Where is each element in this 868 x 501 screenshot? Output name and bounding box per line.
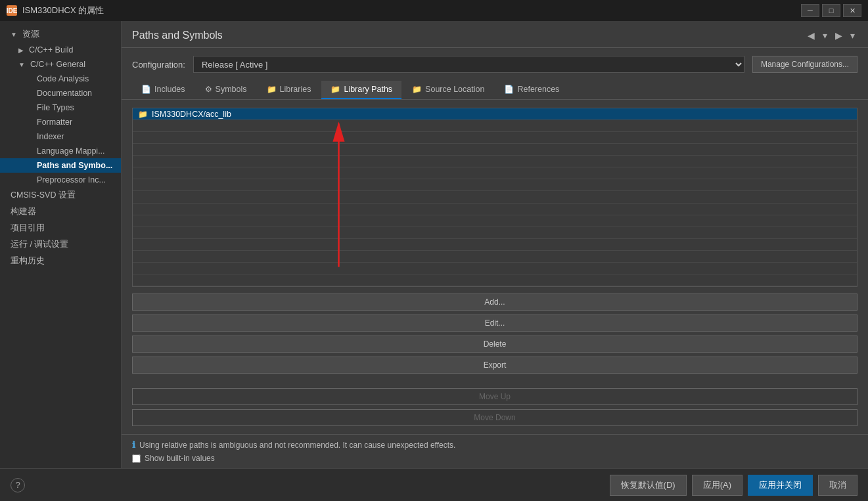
maximize-button[interactable]: □ bbox=[822, 4, 840, 17]
config-label: Configuration: bbox=[132, 60, 185, 70]
tab-source-location[interactable]: 📁Source Location bbox=[403, 81, 493, 99]
sidebar-item-formatter[interactable]: Formatter bbox=[0, 115, 121, 129]
nav-arrows: ◀ ▾ ▶ ▾ bbox=[805, 29, 857, 42]
title-bar-left: IDE ISM330DHCX 的属性 bbox=[7, 5, 104, 16]
info-text: Using relative paths is ambiguous and no… bbox=[139, 441, 455, 450]
table-row[interactable] bbox=[133, 120, 857, 132]
sidebar-item-label-indexer: Indexer bbox=[37, 132, 64, 141]
tab-label-includes: Includes bbox=[154, 85, 185, 94]
sidebar-item-code-analysis[interactable]: Code Analysis bbox=[0, 72, 121, 86]
nav-forward-button[interactable]: ▶ bbox=[833, 29, 845, 42]
show-builtin-checkbox[interactable] bbox=[132, 454, 141, 463]
tab-includes[interactable]: 📄Includes bbox=[132, 81, 194, 99]
sidebar-item-indexer[interactable]: Indexer bbox=[0, 129, 121, 144]
edit-button[interactable]: Edit... bbox=[132, 315, 857, 332]
sidebar-item-language-mapping[interactable]: Language Mappi... bbox=[0, 144, 121, 158]
export-button[interactable]: Export bbox=[132, 357, 857, 374]
sidebar-item-paths-symbols[interactable]: Paths and Symbo... bbox=[0, 158, 121, 173]
config-select[interactable]: Release [ Active ] bbox=[193, 56, 744, 73]
row-value-1: ISM330DHCX/acc_lib bbox=[152, 110, 231, 119]
sidebar-item-label-cmsis-svd: CMSIS-SVD 设置 bbox=[11, 190, 76, 201]
tab-label-library-paths: Library Paths bbox=[344, 85, 392, 94]
sidebar-item-label-code-analysis: Code Analysis bbox=[37, 74, 89, 83]
tab-label-symbols: Symbols bbox=[216, 85, 247, 94]
title-bar: IDE ISM330DHCX 的属性 ─ □ ✕ bbox=[0, 0, 868, 21]
nav-forward-dropdown[interactable]: ▾ bbox=[848, 29, 857, 42]
sidebar-item-cpp-general[interactable]: ▼C/C++ General bbox=[0, 57, 121, 72]
tab-icon-library-paths: 📁 bbox=[331, 85, 340, 94]
close-button[interactable]: ✕ bbox=[843, 4, 861, 17]
manage-configurations-button[interactable]: Manage Configurations... bbox=[752, 56, 857, 73]
tab-label-libraries: Libraries bbox=[280, 85, 311, 94]
title-bar-controls: ─ □ ✕ bbox=[801, 4, 861, 17]
sidebar-item-file-types[interactable]: File Types bbox=[0, 100, 121, 115]
expand-arrow-cpp-general: ▼ bbox=[18, 61, 25, 68]
sidebar-item-documentation[interactable]: Documentation bbox=[0, 86, 121, 100]
cancel-button[interactable]: 取消 bbox=[818, 475, 857, 496]
table-row[interactable] bbox=[133, 144, 857, 156]
sidebar-item-resources[interactable]: ▼资源 bbox=[0, 26, 121, 43]
table-row[interactable] bbox=[133, 274, 857, 286]
minimize-button[interactable]: ─ bbox=[801, 4, 819, 17]
add-button[interactable]: Add... bbox=[132, 294, 857, 311]
table-row[interactable] bbox=[133, 251, 857, 263]
sidebar-item-refactor-history[interactable]: 重构历史 bbox=[0, 253, 121, 269]
content-area: Paths and Symbols ◀ ▾ ▶ ▾ Configuration:… bbox=[122, 21, 868, 468]
move-up-button[interactable]: Move Up bbox=[132, 388, 857, 405]
expand-arrow-resources: ▼ bbox=[11, 31, 17, 38]
page-title: Paths and Symbols bbox=[132, 30, 223, 41]
info-line: ℹ Using relative paths is ambiguous and … bbox=[132, 440, 857, 450]
sidebar-item-cmsis-svd[interactable]: CMSIS-SVD 设置 bbox=[0, 187, 121, 204]
tab-references[interactable]: 📄References bbox=[495, 81, 568, 99]
nav-back-button[interactable]: ◀ bbox=[805, 29, 817, 42]
sidebar-item-label-file-types: File Types bbox=[37, 103, 74, 112]
table-row[interactable] bbox=[133, 179, 857, 191]
table-row[interactable] bbox=[133, 132, 857, 144]
sidebar-item-label-builder: 构建器 bbox=[11, 206, 36, 217]
tab-library-paths[interactable]: 📁Library Paths bbox=[321, 81, 401, 99]
info-icon: ℹ bbox=[132, 440, 135, 450]
table-row[interactable] bbox=[133, 156, 857, 167]
config-row: Configuration: Release [ Active ] Manage… bbox=[122, 48, 868, 81]
sidebar: ▼资源▶C/C++ Build▼C/C++ GeneralCode Analys… bbox=[0, 21, 122, 468]
sidebar-item-project-ref[interactable]: 项目引用 bbox=[0, 220, 121, 236]
sidebar-item-label-paths-symbols: Paths and Symbo... bbox=[37, 161, 112, 170]
sidebar-item-label-language-mapping: Language Mappi... bbox=[37, 146, 105, 156]
content-header: Paths and Symbols ◀ ▾ ▶ ▾ bbox=[122, 21, 868, 48]
move-down-button[interactable]: Move Down bbox=[132, 409, 857, 426]
nav-back-dropdown[interactable]: ▾ bbox=[820, 29, 830, 42]
tab-icon-source-location: 📁 bbox=[412, 85, 422, 94]
sidebar-item-cpp-build[interactable]: ▶C/C++ Build bbox=[0, 43, 121, 57]
app-icon: IDE bbox=[7, 5, 17, 16]
sidebar-item-label-cpp-general: C/C++ General bbox=[30, 60, 85, 69]
show-builtin-label: Show built-in values bbox=[145, 454, 215, 463]
tab-icon-libraries: 📁 bbox=[267, 85, 277, 94]
sidebar-item-run-debug[interactable]: 运行 / 调试设置 bbox=[0, 236, 121, 253]
tab-label-references: References bbox=[517, 85, 559, 94]
table-row[interactable] bbox=[133, 215, 857, 227]
help-button[interactable]: ? bbox=[11, 478, 25, 492]
bottom-info: ℹ Using relative paths is ambiguous and … bbox=[122, 434, 868, 468]
table-row[interactable]: 📁ISM330DHCX/acc_lib bbox=[133, 108, 857, 120]
sidebar-item-label-run-debug: 运行 / 调试设置 bbox=[11, 239, 68, 250]
sidebar-item-label-resources: 资源 bbox=[22, 29, 39, 40]
tab-libraries[interactable]: 📁Libraries bbox=[258, 81, 321, 99]
table-row[interactable] bbox=[133, 239, 857, 251]
restore-defaults-button[interactable]: 恢复默认值(D) bbox=[610, 475, 687, 496]
apply-button[interactable]: 应用(A) bbox=[692, 475, 742, 496]
sidebar-item-preprocessor[interactable]: Preprocessor Inc... bbox=[0, 173, 121, 187]
table-row[interactable] bbox=[133, 227, 857, 239]
sidebar-item-label-formatter: Formatter bbox=[37, 118, 72, 127]
apply-close-button[interactable]: 应用并关闭 bbox=[748, 475, 813, 496]
delete-button[interactable]: Delete bbox=[132, 336, 857, 353]
table-row[interactable] bbox=[133, 204, 857, 215]
tab-icon-references: 📄 bbox=[504, 85, 514, 94]
tab-symbols[interactable]: ⚙Symbols bbox=[196, 81, 256, 99]
sidebar-item-label-cpp-build: C/C++ Build bbox=[29, 45, 73, 54]
table-row[interactable] bbox=[133, 263, 857, 274]
sidebar-item-label-refactor-history: 重构历史 bbox=[11, 255, 45, 267]
table-row[interactable] bbox=[133, 191, 857, 203]
sidebar-item-builder[interactable]: 构建器 bbox=[0, 204, 121, 220]
table-row[interactable] bbox=[133, 167, 857, 179]
bottom-right: 恢复默认值(D) 应用(A) 应用并关闭 取消 bbox=[610, 475, 857, 496]
